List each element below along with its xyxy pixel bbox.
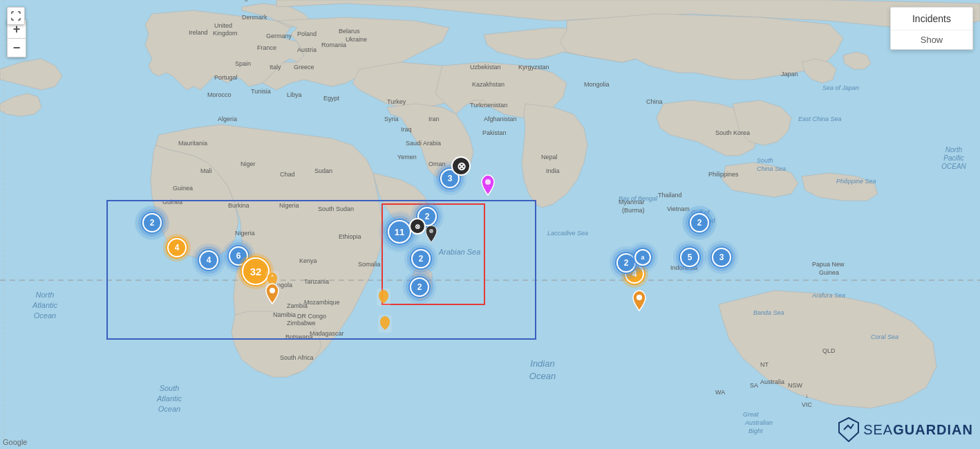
svg-text:Pacific: Pacific <box>943 154 963 162</box>
incidents-show-button[interactable]: Show <box>891 30 972 49</box>
svg-text:Iraq: Iraq <box>401 126 412 133</box>
pin-se-asia[interactable] <box>632 290 647 315</box>
svg-point-117 <box>429 229 433 233</box>
svg-text:Bight: Bight <box>748 428 763 434</box>
svg-text:Guinea: Guinea <box>173 185 193 192</box>
svg-text:Australia: Australia <box>760 378 784 385</box>
svg-text:France: France <box>257 44 276 51</box>
svg-text:Uzbekistan: Uzbekistan <box>470 64 501 71</box>
fullscreen-button[interactable] <box>7 7 25 25</box>
svg-text:South Korea: South Korea <box>715 129 750 136</box>
svg-point-114 <box>270 288 275 293</box>
svg-text:Ocean: Ocean <box>529 371 556 381</box>
svg-text:Yemen: Yemen <box>397 154 417 161</box>
cluster-marker-2a[interactable]: 2 <box>142 213 162 232</box>
cluster-marker-2d[interactable]: 2 <box>410 277 429 297</box>
svg-text:Papua New: Papua New <box>812 261 845 268</box>
svg-text:(Burma): (Burma) <box>622 207 645 214</box>
svg-marker-118 <box>839 418 858 441</box>
svg-text:Kingdom: Kingdom <box>213 30 238 37</box>
svg-text:South: South <box>160 384 180 392</box>
svg-text:Somalia: Somalia <box>358 261 381 268</box>
cluster-marker-5[interactable]: 5 <box>680 248 699 267</box>
svg-text:Niger: Niger <box>241 161 256 167</box>
svg-text:QLD: QLD <box>822 347 836 354</box>
svg-text:Indian: Indian <box>530 358 554 369</box>
svg-text:Poland: Poland <box>297 30 317 37</box>
svg-text:Egypt: Egypt <box>323 95 340 102</box>
zoom-out-button[interactable]: − <box>8 39 26 57</box>
pin-yemen[interactable] <box>425 225 437 246</box>
svg-text:Mali: Mali <box>200 167 212 174</box>
cluster-marker-2c[interactable]: 2 <box>411 249 431 268</box>
svg-text:Mauritania: Mauritania <box>178 140 207 147</box>
svg-text:Zimbabwe: Zimbabwe <box>287 320 316 327</box>
svg-text:Guinea: Guinea <box>162 199 182 205</box>
svg-text:Afghanistan: Afghanistan <box>484 116 517 122</box>
cluster-marker-orange-4a[interactable]: 4 <box>167 238 187 257</box>
pin-pakistan[interactable] <box>480 174 496 199</box>
svg-text:Ethiopia: Ethiopia <box>339 233 361 240</box>
cluster-marker-2e[interactable]: 2 <box>690 213 709 232</box>
svg-point-116 <box>485 179 491 185</box>
svg-text:Namibia: Namibia <box>273 311 296 318</box>
svg-text:Sudan: Sudan <box>314 167 332 174</box>
svg-text:North: North <box>36 291 55 299</box>
svg-text:Mongolia: Mongolia <box>584 81 610 88</box>
svg-text:Philippines: Philippines <box>708 171 739 178</box>
cluster-marker-small-a[interactable]: a <box>634 249 651 266</box>
svg-text:Turkey: Turkey <box>387 98 406 105</box>
svg-text:VIC: VIC <box>802 401 813 408</box>
svg-text:South Africa: South Africa <box>280 354 314 361</box>
svg-text:Greece: Greece <box>294 64 314 71</box>
svg-text:Nigeria: Nigeria <box>238 0 258 1</box>
svg-text:Coral Sea: Coral Sea <box>871 333 898 340</box>
svg-text:Ocean: Ocean <box>34 311 56 320</box>
zoom-controls: + − <box>7 19 26 57</box>
svg-text:Spain: Spain <box>235 60 251 67</box>
svg-text:Iran: Iran <box>428 116 440 122</box>
cluster-marker-2f[interactable]: 2 <box>616 253 636 273</box>
svg-text:Sea of Japan: Sea of Japan <box>822 84 859 91</box>
svg-text:Atlantic: Atlantic <box>156 394 182 403</box>
svg-text:South: South <box>757 157 773 164</box>
svg-text:Arabian Sea: Arabian Sea <box>438 248 481 256</box>
svg-text:Romania: Romania <box>321 42 346 48</box>
dark-indicator-small[interactable]: ⊗ <box>409 218 426 235</box>
svg-text:SA: SA <box>750 382 758 389</box>
vessel-shape-3[interactable] <box>378 315 392 333</box>
cluster-marker-4a[interactable]: 4 <box>199 250 218 270</box>
svg-text:Nigeria: Nigeria <box>279 202 299 209</box>
map-container: North Atlantic Ocean South Atlantic Ocea… <box>0 0 980 449</box>
svg-text:Nepal: Nepal <box>541 154 558 161</box>
svg-text:Ireland: Ireland <box>189 29 208 36</box>
seaguardian-logo: SEAGUARDIAN <box>838 417 973 442</box>
svg-text:Italy: Italy <box>270 64 281 71</box>
cluster-marker-11[interactable]: 11 <box>388 220 411 244</box>
svg-text:Syria: Syria <box>384 116 399 122</box>
svg-text:Great: Great <box>743 411 759 418</box>
pin-west-africa[interactable] <box>265 283 280 308</box>
svg-text:NT: NT <box>760 361 769 368</box>
svg-text:Australian: Australian <box>744 419 773 426</box>
svg-text:Myanmar: Myanmar <box>619 199 645 205</box>
svg-text:NSW: NSW <box>788 382 803 389</box>
svg-text:Oman: Oman <box>428 161 446 167</box>
svg-text:↓: ↓ <box>805 392 809 399</box>
svg-text:Atlantic: Atlantic <box>32 301 58 309</box>
vessel-shape-2[interactable] <box>377 288 390 306</box>
cluster-marker-3b[interactable]: 3 <box>712 248 731 267</box>
svg-text:Algeria: Algeria <box>218 116 237 122</box>
svg-text:Banda Sea: Banda Sea <box>753 309 784 316</box>
incidents-title: Incidents <box>891 8 972 30</box>
svg-text:Japan: Japan <box>781 71 798 77</box>
svg-text:South Sudan: South Sudan <box>318 205 354 212</box>
svg-text:Morocco: Morocco <box>207 91 232 98</box>
svg-text:United: United <box>214 22 232 29</box>
piracy-indicator[interactable]: ⊗ <box>451 156 471 176</box>
svg-text:Burkina: Burkina <box>228 202 249 209</box>
svg-text:Arafura Sea: Arafura Sea <box>811 292 845 299</box>
svg-text:OCEAN: OCEAN <box>941 163 966 170</box>
svg-text:East China Sea: East China Sea <box>798 116 842 122</box>
seaguardian-logo-icon <box>838 417 859 442</box>
